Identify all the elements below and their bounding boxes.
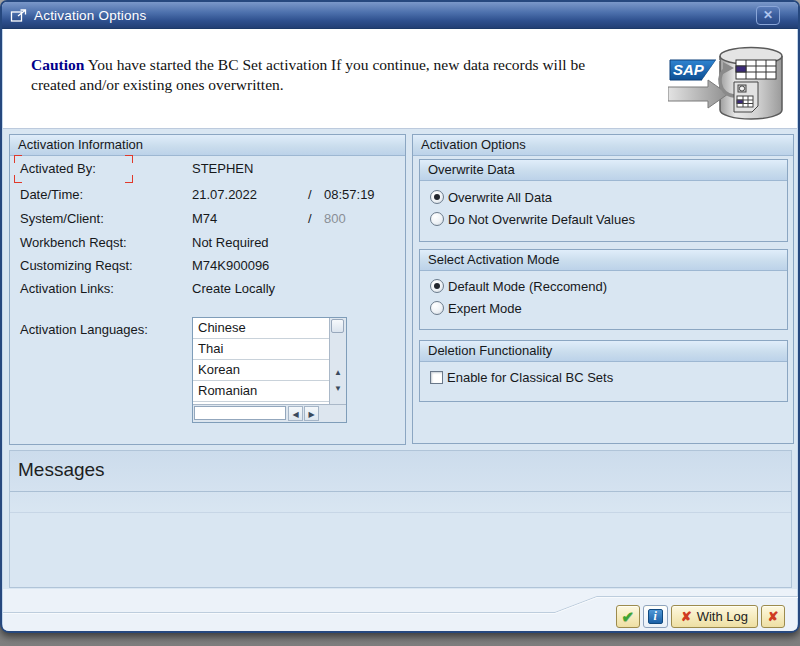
deletion-functionality-group: Deletion Functionality Enable for Classi… — [419, 340, 788, 402]
activation-mode-header: Select Activation Mode — [420, 250, 787, 271]
caution-message: Caution You have started the BC Set acti… — [31, 55, 631, 95]
activation-information-header: Activation Information — [10, 135, 405, 156]
radio-expert-mode[interactable]: Expert Mode — [430, 300, 522, 316]
radio-label: Do Not Overwrite Default Values — [448, 212, 635, 227]
sap-logo-text: SAP — [673, 61, 705, 78]
field-value-workbench-reqst: Not Required — [192, 235, 269, 250]
radio-default-mode[interactable]: Default Mode (Reccomend) — [430, 278, 607, 294]
scroll-right-icon[interactable]: ▶ — [304, 406, 319, 421]
list-item-language[interactable]: Korean — [193, 360, 329, 381]
list-item-language[interactable]: Chinese — [193, 318, 329, 339]
field-value-activation-links: Create Locally — [192, 281, 275, 296]
cancel-button[interactable]: ✘ — [761, 605, 785, 628]
field-label-customizing-reqst: Customizing Reqst: — [20, 258, 133, 273]
radio-label: Default Mode (Reccomend) — [448, 279, 607, 294]
messages-header: Messages — [18, 459, 105, 481]
field-label-activation-links: Activation Links: — [20, 281, 114, 296]
sap-database-illustration: SAP — [668, 44, 792, 126]
checkbox-enable-classical-bc-sets[interactable]: Enable for Classical BC Sets — [430, 369, 613, 385]
caution-label: Caution — [31, 56, 84, 73]
caution-body: You have started the BC Set activation I… — [31, 56, 585, 93]
horizontal-scrollbar[interactable]: ◀ ▶ — [193, 404, 346, 422]
field-label-activated-by: Activated By: — [20, 161, 96, 176]
dialog-window-icon — [10, 8, 28, 23]
field-label-workbench-reqst: Workbench Reqst: — [20, 235, 127, 250]
close-icon[interactable]: ✕ — [756, 6, 780, 25]
with-log-button[interactable]: ✘ With Log — [671, 605, 758, 628]
confirm-button[interactable]: ✔ — [616, 605, 640, 628]
radio-overwrite-all-data[interactable]: Overwrite All Data — [430, 189, 552, 205]
radio-label: Overwrite All Data — [448, 190, 552, 205]
radio-icon[interactable] — [430, 279, 444, 293]
activation-languages-listbox[interactable]: Chinese Thai Korean Romanian ▲ ▼ ◀ ▶ — [192, 317, 347, 423]
field-value-activated-by: STEPHEN — [192, 161, 253, 176]
scrollbar-thumb[interactable] — [331, 319, 344, 333]
info-icon: i — [648, 609, 663, 624]
activation-options-panel: Activation Options Overwrite Data Overwr… — [412, 134, 794, 444]
radio-label: Expert Mode — [448, 301, 522, 316]
field-sep-date-time: / — [308, 187, 312, 202]
radio-icon[interactable] — [430, 301, 444, 315]
field-label-system-client: System/Client: — [20, 211, 104, 226]
field-value-client: 800 — [324, 211, 346, 226]
red-x-icon: ✘ — [681, 609, 692, 624]
dialog-footer: ✔ i ✘ With Log ✘ — [3, 589, 797, 632]
activation-options-dialog: Activation Options ✕ Caution You have st… — [0, 0, 800, 633]
list-item-language[interactable]: Romanian — [193, 381, 329, 402]
list-filter-field[interactable] — [194, 406, 286, 420]
list-item-language[interactable]: Thai — [193, 339, 329, 360]
title-bar: Activation Options ✕ — [2, 2, 798, 29]
checkbox-label: Enable for Classical BC Sets — [447, 370, 613, 385]
field-label-activation-languages: Activation Languages: — [20, 322, 148, 337]
checkbox-icon[interactable] — [430, 371, 443, 384]
dialog-content: Activation Information Activated By: STE… — [3, 130, 797, 630]
footer-button-bar: ✔ i ✘ With Log ✘ — [616, 605, 785, 628]
overwrite-data-group: Overwrite Data Overwrite All Data Do Not… — [419, 159, 788, 242]
messages-divider — [10, 491, 791, 492]
with-log-label: With Log — [697, 609, 748, 624]
check-icon: ✔ — [621, 608, 634, 626]
field-value-system: M74 — [192, 211, 217, 226]
radio-do-not-overwrite-defaults[interactable]: Do Not Overwrite Default Values — [430, 211, 635, 227]
field-value-date: 21.07.2022 — [192, 187, 257, 202]
deletion-functionality-header: Deletion Functionality — [420, 341, 787, 362]
red-x-icon: ✘ — [768, 609, 779, 624]
field-label-date-time: Date/Time: — [20, 187, 83, 202]
language-list: Chinese Thai Korean Romanian — [193, 318, 329, 404]
field-value-time: 08:57:19 — [324, 187, 375, 202]
scroll-down-icon[interactable]: ▼ — [331, 382, 345, 396]
caution-section: Caution You have started the BC Set acti… — [3, 29, 797, 129]
scroll-up-icon[interactable]: ▲ — [331, 366, 345, 380]
messages-section: Messages — [9, 450, 792, 588]
info-button[interactable]: i — [643, 605, 668, 628]
activation-options-header: Activation Options — [413, 135, 793, 156]
radio-icon[interactable] — [430, 190, 444, 204]
dialog-title: Activation Options — [34, 8, 146, 23]
activation-mode-group: Select Activation Mode Default Mode (Rec… — [419, 249, 788, 330]
radio-icon[interactable] — [430, 212, 444, 226]
overwrite-data-header: Overwrite Data — [420, 160, 787, 181]
field-value-customizing-reqst: M74K900096 — [192, 258, 269, 273]
messages-row-divider — [10, 512, 791, 513]
scroll-left-icon[interactable]: ◀ — [288, 406, 303, 421]
vertical-scrollbar[interactable]: ▲ ▼ — [329, 318, 346, 404]
field-sep-system-client: / — [308, 211, 312, 226]
activation-information-panel: Activation Information Activated By: STE… — [9, 134, 406, 445]
